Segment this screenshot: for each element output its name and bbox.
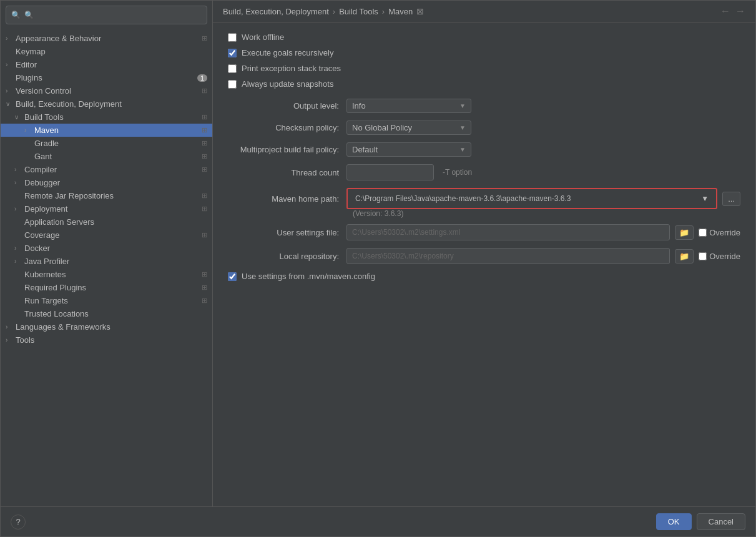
local-repo-control: 📁 Override [346, 248, 740, 264]
sidebar-list: › Appearance & Behavior ⊞ Keymap › Edito… [1, 29, 212, 506]
sidebar-item-languages-frameworks[interactable]: › Languages & Frameworks [1, 320, 212, 333]
user-settings-label: User settings file: [228, 228, 346, 237]
always-update-label[interactable]: Always update snapshots [242, 79, 333, 89]
sidebar-label-coverage: Coverage [24, 230, 199, 240]
sidebar-item-gradle[interactable]: Gradle ⊞ [1, 137, 212, 150]
sidebar: 🔍 › Appearance & Behavior ⊞ Keymap › Edi… [1, 1, 213, 506]
sidebar-item-version-control[interactable]: › Version Control ⊞ [1, 84, 212, 97]
search-box[interactable]: 🔍 [6, 6, 207, 24]
sidebar-item-debugger[interactable]: › Debugger [1, 176, 212, 189]
execute-goals-checkbox[interactable] [228, 49, 237, 57]
output-level-arrow: ▼ [459, 102, 466, 109]
sidebar-item-deployment[interactable]: › Deployment ⊞ [1, 202, 212, 215]
ok-button[interactable]: OK [656, 513, 692, 530]
multiproject-dropdown[interactable]: Default ▼ [346, 142, 471, 157]
local-repo-row: Local repository: 📁 Override [228, 248, 740, 264]
output-level-label: Output level: [228, 101, 346, 111]
nav-back-arrow[interactable]: ← [720, 6, 730, 17]
sidebar-item-coverage[interactable]: Coverage ⊞ [1, 229, 212, 242]
settings-dialog: 🔍 › Appearance & Behavior ⊞ Keymap › Edi… [0, 0, 756, 537]
user-settings-row: User settings file: 📁 Override [228, 224, 740, 240]
sidebar-item-build-exec-deploy[interactable]: ∨ Build, Execution, Deployment [1, 97, 212, 111]
user-settings-override-label[interactable]: Override [699, 228, 740, 237]
print-exception-label[interactable]: Print exception stack traces [242, 64, 341, 73]
use-settings-checkbox[interactable] [228, 272, 237, 281]
nav-forward-arrow[interactable]: → [735, 6, 745, 17]
sidebar-item-appearance[interactable]: › Appearance & Behavior ⊞ [1, 32, 212, 45]
sidebar-item-required-plugins[interactable]: Required Plugins ⊞ [1, 281, 212, 294]
sidebar-label-build-exec-deploy: Build, Execution, Deployment [16, 99, 207, 109]
breadcrumb-part2: Build Tools [339, 7, 378, 16]
footer-left: ? [11, 515, 26, 530]
thread-option-label: -T option [443, 168, 472, 177]
local-repo-override-label[interactable]: Override [699, 252, 740, 261]
checksum-policy-dropdown[interactable]: No Global Policy ▼ [346, 121, 471, 135]
use-settings-label[interactable]: Use settings from .mvn/maven.config [242, 272, 375, 281]
use-settings-row[interactable]: Use settings from .mvn/maven.config [228, 272, 740, 281]
sidebar-item-build-tools[interactable]: ∨ Build Tools ⊞ [1, 111, 212, 124]
print-exception-checkbox[interactable] [228, 64, 237, 73]
always-update-row[interactable]: Always update snapshots [228, 79, 740, 89]
maven-home-dropdown[interactable]: C:\Program Files\Java\apache-maven-3.6.3… [350, 190, 714, 207]
pin-icon-gant: ⊞ [202, 152, 207, 160]
local-repo-override-checkbox[interactable] [699, 252, 707, 260]
user-settings-input[interactable] [346, 224, 670, 240]
arrow-icon-build-exec-deploy: ∨ [6, 101, 16, 107]
checksum-policy-value: No Global Policy [352, 123, 412, 132]
arrow-icon-docker: › [14, 245, 24, 252]
user-settings-override-checkbox[interactable] [699, 229, 707, 237]
maven-browse-button[interactable]: ... [722, 192, 740, 206]
checksum-policy-row: Checksum policy: No Global Policy ▼ [228, 121, 740, 135]
local-repo-browse[interactable]: 📁 [675, 249, 694, 264]
sidebar-item-docker[interactable]: › Docker [1, 242, 212, 255]
always-update-checkbox[interactable] [228, 80, 237, 89]
sidebar-item-maven[interactable]: › Maven ⊞ [1, 124, 212, 137]
checksum-policy-label: Checksum policy: [228, 123, 346, 132]
sidebar-item-gant[interactable]: Gant ⊞ [1, 150, 212, 163]
multiproject-control: Default ▼ [346, 142, 740, 157]
maven-home-row: Maven home path: C:\Program Files\Java\a… [228, 188, 740, 209]
output-level-value: Info [352, 101, 366, 111]
output-level-row: Output level: Info ▼ [228, 99, 740, 113]
sidebar-label-plugins: Plugins [16, 73, 195, 82]
dialog-body: 🔍 › Appearance & Behavior ⊞ Keymap › Edi… [1, 1, 755, 506]
sidebar-item-kubernetes[interactable]: Kubernetes ⊞ [1, 268, 212, 281]
output-level-control: Info ▼ [346, 99, 740, 113]
sidebar-item-remote-jar-repos[interactable]: Remote Jar Repositories ⊞ [1, 189, 212, 202]
local-repo-label: Local repository: [228, 252, 346, 261]
pin-icon-build-tools: ⊞ [202, 113, 207, 121]
execute-goals-label[interactable]: Execute goals recursively [242, 48, 333, 57]
arrow-icon-maven: › [24, 127, 34, 134]
pin-icon-remote-jar-repos: ⊞ [202, 192, 207, 200]
cancel-button[interactable]: Cancel [697, 513, 745, 530]
execute-goals-row[interactable]: Execute goals recursively [228, 48, 740, 57]
arrow-icon-version-control: › [6, 87, 16, 94]
output-level-dropdown[interactable]: Info ▼ [346, 99, 471, 113]
sidebar-label-appearance: Appearance & Behavior [16, 34, 199, 43]
thread-count-input[interactable] [346, 164, 434, 180]
sidebar-item-app-servers[interactable]: Application Servers [1, 215, 212, 229]
sidebar-item-trusted-locations[interactable]: Trusted Locations [1, 307, 212, 320]
help-button[interactable]: ? [11, 515, 26, 530]
sidebar-item-java-profiler[interactable]: › Java Profiler [1, 255, 212, 268]
sidebar-item-plugins[interactable]: Plugins 1 [1, 71, 212, 84]
work-offline-checkbox[interactable] [228, 33, 237, 42]
pin-icon-kubernetes: ⊞ [202, 270, 207, 278]
sidebar-item-editor[interactable]: › Editor [1, 58, 212, 71]
print-exception-row[interactable]: Print exception stack traces [228, 64, 740, 73]
sidebar-item-run-targets[interactable]: Run Targets ⊞ [1, 294, 212, 307]
sidebar-item-keymap[interactable]: Keymap [1, 45, 212, 58]
maven-home-value: C:\Program Files\Java\apache-maven-3.6.3… [355, 194, 571, 203]
sidebar-item-compiler[interactable]: › Compiler ⊞ [1, 163, 212, 176]
sidebar-label-keymap: Keymap [16, 47, 207, 56]
work-offline-row[interactable]: Work offline [228, 32, 740, 42]
user-settings-control: 📁 Override [346, 224, 740, 240]
sidebar-item-tools[interactable]: › Tools [1, 333, 212, 347]
search-input[interactable] [24, 11, 202, 19]
local-repo-input[interactable] [346, 248, 670, 264]
sidebar-label-debugger: Debugger [24, 178, 207, 187]
user-settings-browse[interactable]: 📁 [675, 225, 694, 240]
maven-home-control: C:\Program Files\Java\apache-maven-3.6.3… [346, 188, 740, 209]
work-offline-label[interactable]: Work offline [242, 32, 284, 42]
breadcrumb-close[interactable]: ⊠ [416, 6, 424, 16]
